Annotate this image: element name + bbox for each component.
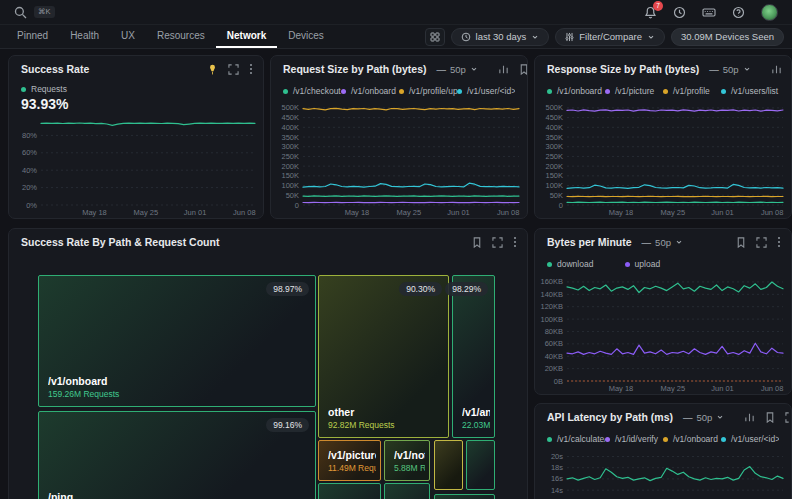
treemap-tile[interactable] [318, 483, 381, 499]
tab-health[interactable]: Health [59, 25, 110, 48]
search-icon [14, 6, 27, 19]
percentile-select[interactable]: —50p [437, 64, 478, 75]
topbar: ⌘K 7 [0, 0, 792, 25]
pin-button[interactable] [207, 64, 218, 75]
legend-item[interactable]: download [547, 259, 625, 269]
explore-chart-button[interactable] [771, 64, 782, 75]
legend-item[interactable]: /v1/id/verify [605, 434, 663, 444]
svg-text:350K: 350K [545, 133, 563, 142]
percentile-select[interactable]: —50p [642, 237, 683, 248]
kebab-menu-button[interactable] [513, 236, 517, 248]
tile-path: /v1/picture [328, 449, 376, 461]
svg-text:400K: 400K [281, 123, 299, 132]
expand-button[interactable] [785, 412, 792, 423]
expand-button[interactable] [228, 64, 239, 75]
request-size-chart[interactable]: 050K100K150K200K250K300K350K400K450K500K… [271, 100, 527, 218]
treemap-tile-v1-onboard[interactable]: 98.97%/v1/onboard159.26M Requests [38, 275, 316, 407]
card-header: Request Size by Path (bytes) —50p [271, 56, 527, 82]
bookmark-button[interactable] [472, 237, 482, 248]
svg-text:500K: 500K [281, 103, 299, 112]
legend-item[interactable]: /v1/checkout [283, 86, 341, 96]
api-latency-chart[interactable]: 12s14s16s18s20sMay 18May 25Jun 01Jun 08 [535, 448, 791, 499]
explore-chart-button[interactable] [498, 64, 509, 75]
svg-text:100KB: 100KB [540, 315, 563, 324]
response-size-chart[interactable]: 050K100K150K200K250K300K350K400K450K500K… [535, 100, 791, 218]
devices-seen-button[interactable]: 30.09M Devices Seen [671, 28, 784, 46]
history-button[interactable] [673, 6, 686, 19]
tab-network[interactable]: Network [216, 25, 277, 48]
svg-text:0: 0 [295, 201, 299, 210]
legend-item[interactable]: /v1/onboard [547, 86, 605, 96]
layout-grid-button[interactable] [425, 28, 445, 46]
treemap-tile-other[interactable]: 90.30%other92.82M Requests [318, 275, 449, 438]
legend-item[interactable]: upload [625, 259, 703, 269]
filter-compare-button[interactable]: Filter/Compare [555, 28, 665, 46]
chevron-down-icon [675, 238, 683, 246]
bookmark-button[interactable] [765, 412, 775, 423]
legend-item[interactable]: /v1/calculate/eta [547, 434, 605, 444]
svg-text:400K: 400K [545, 123, 563, 132]
bytes-per-minute-chart[interactable]: 0B20KB40KB60KB80KB100KB120KB140KB160KBMa… [535, 273, 791, 394]
legend-item[interactable]: /v1/user/<id>/profile [457, 86, 515, 96]
legend-item[interactable]: /v1/profile/upload [399, 86, 457, 96]
expand-button[interactable] [492, 237, 503, 248]
notifications-button[interactable]: 7 [644, 6, 657, 19]
card-request-size: Request Size by Path (bytes) —50p /v1/ch… [270, 55, 528, 219]
tab-devices[interactable]: Devices [277, 25, 335, 48]
svg-text:200K: 200K [545, 162, 563, 171]
legend-dot [283, 89, 288, 94]
treemap-tile[interactable] [466, 440, 495, 490]
legend-label: /v1/id/verify [615, 434, 658, 444]
legend-item[interactable]: /v1/user/<id>/rem... [721, 434, 779, 444]
treemap-tile[interactable] [434, 440, 463, 490]
legend-label: /v1/profile [673, 86, 710, 96]
treemap-tile[interactable] [434, 494, 495, 499]
explore-chart-button[interactable] [744, 412, 755, 423]
svg-text:May 25: May 25 [661, 208, 686, 217]
percentile-line-swatch: — [709, 64, 719, 75]
legend-item[interactable]: /v1/picture [605, 86, 663, 96]
bytes-per-minute-legend: downloadupload [535, 255, 714, 273]
kebab-menu-button[interactable] [249, 63, 253, 75]
legend-item[interactable]: /v1/profile [663, 86, 721, 96]
svg-text:14s: 14s [551, 486, 563, 495]
keyboard-shortcuts-button[interactable] [702, 6, 716, 19]
kebab-menu-button[interactable] [777, 236, 781, 248]
legend-item[interactable]: /v1/onboard [663, 434, 721, 444]
legend-item[interactable]: /v1/users/list [721, 86, 779, 96]
card-header: Response Size by Path (bytes) —50p [535, 56, 791, 82]
bookmark-button[interactable] [519, 64, 528, 75]
legend-label: /v1/onboard [557, 86, 602, 96]
svg-text:500K: 500K [545, 103, 563, 112]
legend-item[interactable]: Requests [21, 84, 251, 94]
percentile-select[interactable]: —50p [709, 64, 750, 75]
bar-chart-icon [771, 64, 782, 75]
legend-label: /v1/onboard [351, 86, 396, 96]
tile-label: /v1/picture11.49M Requests [328, 449, 376, 473]
legend-item[interactable]: /v1/onboard [341, 86, 399, 96]
card-success-rate: Success Rate Requests 93.93% 0%20%40%60%… [8, 55, 264, 219]
tab-pinned[interactable]: Pinned [6, 25, 59, 48]
treemap-tile-ping[interactable]: 99.16%/ping [38, 411, 316, 499]
success-rate-chart[interactable]: 0%20%40%60%80%May 18May 25Jun 01Jun 08 [9, 114, 263, 218]
tab-ux[interactable]: UX [110, 25, 146, 48]
legend-dot [625, 262, 630, 267]
percentile-select[interactable]: —50p [683, 412, 724, 423]
treemap-tile-v1-ana[interactable]: 98.29%/v1/ana...22.03M Re... [452, 275, 495, 438]
svg-text:450K: 450K [545, 113, 563, 122]
expand-button[interactable] [756, 237, 767, 248]
tabbar: PinnedHealthUXResourcesNetworkDevices la… [0, 25, 792, 49]
treemap-tile[interactable] [384, 483, 430, 499]
keyboard-icon [702, 6, 716, 19]
chevron-down-icon [531, 33, 539, 41]
global-search[interactable]: ⌘K [14, 6, 55, 19]
user-avatar[interactable] [761, 4, 778, 21]
time-range-select[interactable]: last 30 days [451, 28, 550, 46]
treemap-tile-v1-notifi[interactable]: /v1/notifi...5.88M Requ... [384, 440, 430, 481]
treemap-tile-v1-picture[interactable]: /v1/picture11.49M Requests [318, 440, 381, 481]
help-button[interactable] [732, 6, 745, 19]
svg-text:Jun 08: Jun 08 [761, 208, 784, 217]
bookmark-button[interactable] [736, 237, 746, 248]
tab-resources[interactable]: Resources [146, 25, 216, 48]
svg-text:150K: 150K [545, 171, 563, 180]
